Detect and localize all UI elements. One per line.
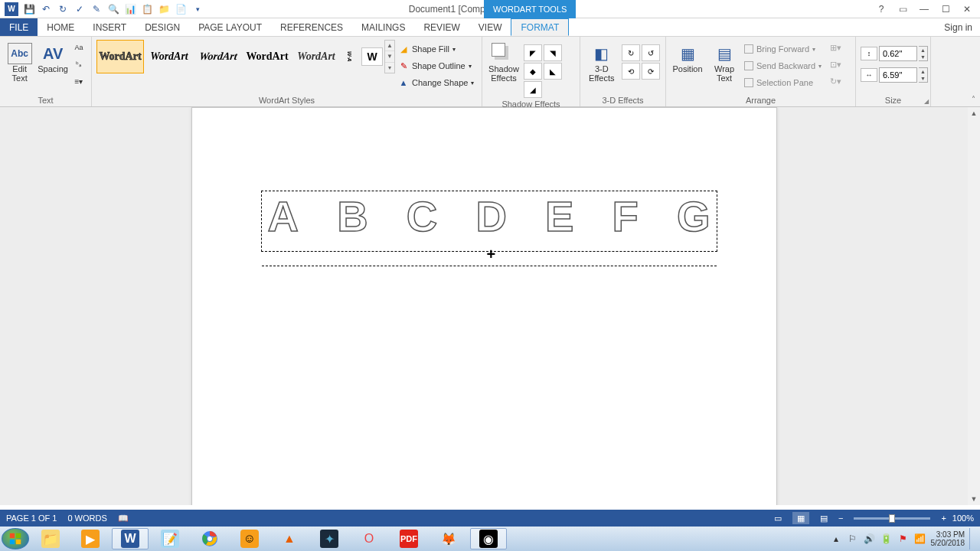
tab-home[interactable]: HOME	[38, 18, 83, 36]
spacing-button[interactable]: AV Spacing	[38, 40, 68, 73]
wordart-style-1[interactable]: WordArt	[96, 40, 144, 73]
taskbar-acrobat[interactable]: PDF	[390, 528, 427, 549]
taskbar-camera[interactable]: ◉	[470, 528, 507, 549]
tilt-up-button[interactable]: ↻	[622, 44, 640, 61]
tilt-down-button[interactable]: ↺	[642, 44, 660, 61]
wordart-style-3[interactable]: WordArt	[192, 40, 244, 73]
wrap-text-button[interactable]: ▤ Wrap Text	[707, 40, 741, 83]
shape-outline-button[interactable]: ✎Shape Outline▾	[398, 58, 474, 73]
3d-effects-button[interactable]: ◧ 3-D Effects	[585, 40, 619, 83]
taskbar-vlc[interactable]: ▲	[271, 528, 308, 549]
nudge-down-right-button[interactable]: ◢	[524, 81, 542, 98]
web-layout-button[interactable]: ▤	[815, 512, 832, 524]
taskbar-firefox[interactable]: 🦊	[430, 528, 467, 549]
taskbar-notepad[interactable]: 📝	[152, 528, 188, 549]
help-icon[interactable]: ?	[874, 2, 888, 16]
even-height-button[interactable]: Aa	[71, 40, 87, 55]
tilt-right-button[interactable]: ⟳	[642, 63, 660, 80]
width-spinner[interactable]: ▲▼	[919, 67, 928, 83]
print-layout-button[interactable]: ▦	[792, 512, 809, 524]
rotate-button[interactable]: ↻▾	[828, 73, 844, 89]
change-shape-button[interactable]: ▲Change Shape▾	[398, 75, 474, 90]
shape-fill-button[interactable]: ◢Shape Fill▾	[398, 41, 474, 57]
word-app-icon[interactable]: W	[5, 2, 18, 16]
collapse-ribbon-icon[interactable]: ˄	[972, 95, 975, 103]
zoom-in-button[interactable]: +	[941, 514, 946, 523]
tab-review[interactable]: REVIEW	[414, 18, 469, 36]
shadow-effects-button[interactable]: Shadow Effects	[487, 40, 521, 83]
group-button[interactable]: ⊡▾	[828, 57, 844, 72]
tray-clock[interactable]: 3:03 PM 5/20/2018	[931, 530, 965, 547]
scroll-up-icon[interactable]: ▲	[968, 107, 980, 119]
ribbon-display-icon[interactable]: ▭	[896, 2, 910, 16]
vertical-scrollbar[interactable]: ▲ ▼	[968, 107, 980, 505]
zoom-slider[interactable]	[854, 517, 930, 520]
tab-format[interactable]: FORMAT	[511, 18, 569, 36]
wordart-object[interactable]: A B C D E F G	[261, 191, 717, 252]
minimize-icon[interactable]: —	[917, 2, 931, 16]
page-status[interactable]: PAGE 1 OF 1	[6, 514, 57, 523]
align-text-button[interactable]: ≡▾	[71, 73, 87, 89]
nudge-up-left-button[interactable]: ◤	[524, 44, 542, 61]
qat-icon-3[interactable]: 🔍	[107, 3, 119, 15]
tab-mailings[interactable]: MAILINGS	[352, 18, 414, 36]
qat-icon-6[interactable]: 📁	[158, 3, 170, 15]
selection-pane-button[interactable]: Selection Pane	[744, 75, 822, 90]
close-icon[interactable]: ✕	[960, 2, 974, 16]
zoom-out-button[interactable]: −	[838, 514, 843, 523]
tray-action-center-icon[interactable]: ⚐	[847, 533, 859, 545]
taskbar-explorer[interactable]: 📁	[32, 528, 69, 549]
tab-insert[interactable]: INSERT	[83, 18, 136, 36]
tab-view[interactable]: VIEW	[469, 18, 511, 36]
word-count[interactable]: 0 WORDS	[67, 514, 106, 523]
start-button[interactable]	[2, 528, 29, 549]
taskbar-app-orange[interactable]: ☺	[231, 528, 268, 549]
nudge-down-left-button[interactable]: ◣	[544, 63, 562, 80]
proofing-icon[interactable]: 📖	[118, 514, 129, 523]
qat-icon-2[interactable]: ✎	[90, 3, 103, 15]
save-icon[interactable]: 💾	[23, 3, 35, 15]
resize-guide[interactable]	[262, 266, 717, 266]
tab-file[interactable]: FILE	[0, 18, 38, 36]
qat-icon-5[interactable]: 📋	[141, 3, 153, 15]
edit-text-button[interactable]: Abc Edit Text	[5, 40, 34, 83]
page[interactable]: A B C D E F G +	[191, 107, 777, 505]
taskbar-chrome[interactable]	[191, 528, 228, 549]
qat-icon-7[interactable]: 📄	[175, 3, 187, 15]
position-button[interactable]: ▦ Position	[671, 40, 704, 73]
tab-design[interactable]: DESIGN	[136, 18, 189, 36]
bring-forward-button[interactable]: Bring Forward▾	[744, 41, 822, 57]
maximize-icon[interactable]: ☐	[939, 2, 952, 16]
vertical-text-button[interactable]: ᵇₐ	[71, 57, 87, 72]
show-desktop-button[interactable]	[969, 528, 975, 549]
tray-security-icon[interactable]: ⚑	[897, 533, 910, 545]
taskbar-app-dark[interactable]: ✦	[311, 528, 348, 549]
wordart-style-6[interactable]: W·A	[341, 40, 357, 73]
zoom-level[interactable]: 100%	[952, 514, 974, 523]
gallery-scroll-up-icon[interactable]: ▲	[385, 41, 394, 51]
height-spinner[interactable]: ▲▼	[919, 46, 928, 61]
undo-icon[interactable]: ↶	[40, 3, 52, 15]
tab-page-layout[interactable]: PAGE LAYOUT	[189, 18, 271, 36]
taskbar-word[interactable]: W	[112, 528, 149, 549]
scroll-down-icon[interactable]: ▼	[968, 493, 980, 505]
tray-network-icon[interactable]: 📶	[914, 533, 926, 545]
qat-customize-icon[interactable]: ▾	[191, 3, 204, 15]
nudge-up-right-button[interactable]: ◥	[544, 44, 562, 61]
qat-icon-4[interactable]: 📊	[124, 3, 136, 15]
tab-references[interactable]: REFERENCES	[271, 18, 352, 36]
send-backward-button[interactable]: Send Backward▾	[744, 58, 822, 73]
zoom-knob[interactable]	[889, 514, 895, 523]
tray-volume-icon[interactable]: 🔊	[864, 533, 876, 545]
wordart-style-4[interactable]: WordArt	[243, 40, 291, 73]
taskbar-opera[interactable]: O	[351, 528, 387, 549]
gallery-scroll-down-icon[interactable]: ▼	[385, 51, 394, 62]
wordart-preview-icon[interactable]: W	[361, 47, 383, 66]
width-input[interactable]	[879, 67, 917, 83]
qat-icon-1[interactable]: ✓	[74, 3, 86, 15]
wordart-style-5[interactable]: WordArt	[292, 40, 340, 73]
sign-in-link[interactable]: Sign in	[936, 18, 980, 36]
tilt-left-button[interactable]: ⟲	[622, 63, 640, 80]
read-mode-button[interactable]: ▭	[769, 512, 786, 524]
wordart-style-2[interactable]: WordArt	[145, 40, 193, 73]
